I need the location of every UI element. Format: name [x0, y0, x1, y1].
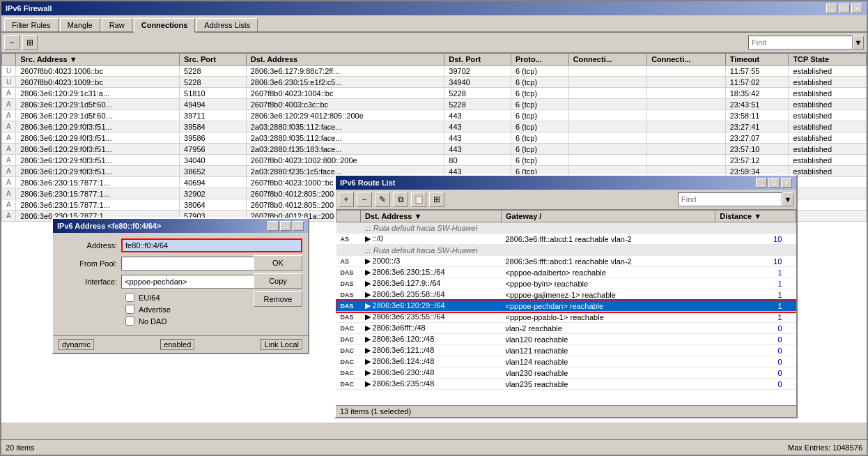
route-status-bar: 13 items (1 selected) [336, 405, 796, 417]
route-group-row: ::: Ruta default hacia SW-Huawei [336, 245, 796, 256]
ipv6-dialog-status: dynamic enabled Link Local [53, 335, 308, 353]
table-row[interactable]: DAS ▶ 2806:3e6:230:15::/64 <pppoe-adalbe… [336, 267, 796, 278]
link-local-status: Link Local [261, 339, 302, 350]
ipv6-dialog-close-button[interactable]: × [293, 221, 304, 231]
title-bar-buttons: _ □ × [826, 3, 862, 13]
route-list-minimize-button[interactable]: _ [756, 178, 767, 188]
table-row[interactable]: DAC ▶ 2806:3e6fff::/48 vlan-2 reachable … [336, 323, 796, 334]
search-box: ▼ [748, 36, 864, 50]
col-header-conn1[interactable]: Connecti... [568, 54, 647, 66]
tab-connections[interactable]: Connections [134, 18, 196, 33]
table-row[interactable]: DAS ▶ 2806:3e6:235:55::/64 <pppoe-ppablo… [336, 312, 796, 323]
address-label: Address: [59, 241, 121, 250]
route-list-maximize-button[interactable]: □ [768, 178, 780, 188]
table-row[interactable]: DAC ▶ 2806:3e6:121::/48 vlan121 reachabl… [336, 345, 796, 356]
col-header-dst-addr[interactable]: Dst. Address [246, 54, 444, 66]
ipv6-dialog-minimize-button[interactable]: _ [268, 221, 279, 231]
route-search-box: ▼ [678, 192, 793, 206]
remove-button[interactable]: Remove [254, 291, 302, 307]
copy-button[interactable]: Copy [254, 273, 302, 289]
route-list-toolbar: + − ✎ ⧉ 📋 ⊞ ▼ [336, 190, 796, 210]
address-input[interactable] [121, 238, 302, 252]
interface-label: Interface: [59, 278, 121, 286]
main-window: IPv6 Firewall _ □ × Filter Rules Mangle … [0, 0, 868, 456]
table-row[interactable]: A2806:3e6:120:29:f0f3:f51...479562a03:28… [2, 144, 867, 155]
ipv6-address-dialog: IPv6 Address <fe80::f0:4/64> _ □ × OK Co… [52, 218, 309, 354]
no-dad-checkbox-row: No DAD [125, 317, 302, 326]
filter-button[interactable]: ⊞ [22, 35, 38, 50]
route-list-window: IPv6 Route List _ □ × + − ✎ ⧉ 📋 ⊞ ▼ [334, 174, 798, 418]
ipv6-dialog-title-text: IPv6 Address <fe80::f0:4/64> [57, 222, 161, 230]
table-row[interactable]: DAC ▶ 2806:3e6:120::/48 vlan120 reachabl… [336, 334, 796, 345]
col-header-type [2, 54, 16, 66]
route-col-gateway[interactable]: Gateway / [502, 211, 715, 222]
minus-button[interactable]: − [4, 35, 20, 50]
route-col-dst[interactable]: Dst. Address ▼ [361, 211, 502, 222]
route-copy-button[interactable]: ⧉ [393, 192, 408, 207]
col-header-src-port[interactable]: Src. Port [180, 54, 247, 66]
col-header-src-addr[interactable]: Src. Address ▼ [16, 54, 180, 66]
advertise-label: Advertise [139, 305, 171, 314]
route-remove-button[interactable]: − [357, 192, 372, 207]
eui64-label: EUI64 [139, 294, 160, 302]
table-row[interactable]: A2806:3e6:120:29:1c31:a...518102607f8b0:… [2, 88, 867, 99]
route-list-title-bar: IPv6 Route List _ □ × [336, 176, 796, 190]
table-row[interactable]: A2806:3e6:120:29:f0f3:f51...340402607f8b… [2, 155, 867, 166]
col-header-tcp-state[interactable]: TCP State [789, 54, 867, 66]
eui64-checkbox[interactable] [125, 293, 134, 302]
search-input[interactable] [748, 36, 853, 50]
items-count: 20 items [6, 443, 35, 452]
ipv6-dialog-maximize-button[interactable]: □ [280, 221, 291, 231]
table-row[interactable]: U2607f8b0:4023:1009::bc52282806:3e6:230:… [2, 77, 867, 88]
no-dad-checkbox[interactable] [125, 317, 134, 326]
table-row-selected[interactable]: DAS ▶ 2806:3e6:120:29::/64 <pppoe-pechda… [336, 301, 796, 312]
search-dropdown-button[interactable]: ▼ [853, 36, 864, 50]
route-search-input[interactable] [678, 192, 782, 206]
table-row[interactable]: DAS ▶ 2806:3e6:235:58::/64 <pppoe-gajime… [336, 289, 796, 301]
route-col-distance[interactable]: Distance ▼ [715, 211, 796, 222]
connections-toolbar: − ⊞ ▼ [1, 33, 867, 53]
tab-bar: Filter Rules Mangle Raw Connections Addr… [1, 15, 867, 33]
ipv6-dialog-body: OK Copy Remove Address: From Pool: Inter… [53, 233, 308, 333]
tab-address-lists[interactable]: Address Lists [196, 18, 258, 31]
tab-filter-rules[interactable]: Filter Rules [4, 18, 59, 31]
table-row[interactable]: DAS ▶ 2806:3e6:127:9::/64 <pppoe-byin> r… [336, 278, 796, 289]
route-paste-button[interactable]: 📋 [411, 192, 426, 207]
status-bar: 20 items Max Entries: 1048576 [1, 439, 867, 455]
table-row[interactable]: A2806:3e6:120:29:f0f3:f51...395842a03:28… [2, 121, 867, 132]
route-group-row: ::: Ruta default hacia SW-Huawei [336, 222, 796, 234]
maximize-button[interactable]: □ [839, 3, 850, 13]
route-table: Dst. Address ▼ Gateway / Distance ▼ ::: … [336, 210, 796, 390]
table-row[interactable]: AS ▶ ::/0 2806:3e6:fff::abcd:1 reachable… [336, 234, 796, 245]
advertise-checkbox[interactable] [125, 305, 134, 314]
route-add-button[interactable]: + [339, 192, 354, 207]
close-button[interactable]: × [851, 3, 862, 13]
dynamic-status: dynamic [59, 339, 94, 350]
from-pool-label: From Pool: [59, 259, 121, 268]
tab-raw[interactable]: Raw [102, 18, 132, 31]
route-list-close-button[interactable]: × [781, 178, 792, 188]
route-search-dropdown[interactable]: ▼ [782, 192, 793, 206]
route-filter-button[interactable]: ⊞ [429, 192, 444, 207]
col-header-conn2[interactable]: Connecti... [647, 54, 726, 66]
no-dad-label: No DAD [139, 317, 166, 326]
table-row[interactable]: DAC ▶ 2806:3e6:235::/48 vlan235 reachabl… [336, 379, 796, 390]
ok-button[interactable]: OK [254, 255, 302, 271]
table-row[interactable]: A2806:3e6:120:29:1d5f:60...494942607f8b0… [2, 99, 867, 110]
route-list-title-text: IPv6 Route List [340, 178, 395, 187]
col-header-proto[interactable]: Proto... [511, 54, 568, 66]
col-header-dst-port[interactable]: Dst. Port [444, 54, 511, 66]
max-entries: Max Entries: 1048576 [788, 443, 862, 452]
table-row[interactable]: U2607f8b0:4023:1006::bc52282806:3e6:127:… [2, 66, 867, 77]
route-edit-button[interactable]: ✎ [375, 192, 390, 207]
col-header-timeout[interactable]: Timeout [725, 54, 789, 66]
table-row[interactable]: DAC ▶ 2806:3e6:230::/48 vlan230 reachabl… [336, 367, 796, 379]
dialog-action-buttons: OK Copy Remove [254, 255, 302, 307]
route-col-flag [336, 211, 361, 222]
minimize-button[interactable]: _ [826, 3, 837, 13]
table-row[interactable]: A2806:3e6:120:29:1d5f:60...397112806:3e6… [2, 110, 867, 121]
table-row[interactable]: AS ▶ 2000::/3 2806:3e6:fff::abcd:1 reach… [336, 256, 796, 267]
table-row[interactable]: DAC ▶ 2806:3e6:124::/48 vlan124 reachabl… [336, 356, 796, 367]
tab-mangle[interactable]: Mangle [60, 18, 100, 31]
table-row[interactable]: A2806:3e6:120:29:f0f3:f51...395862a03:28… [2, 132, 867, 144]
